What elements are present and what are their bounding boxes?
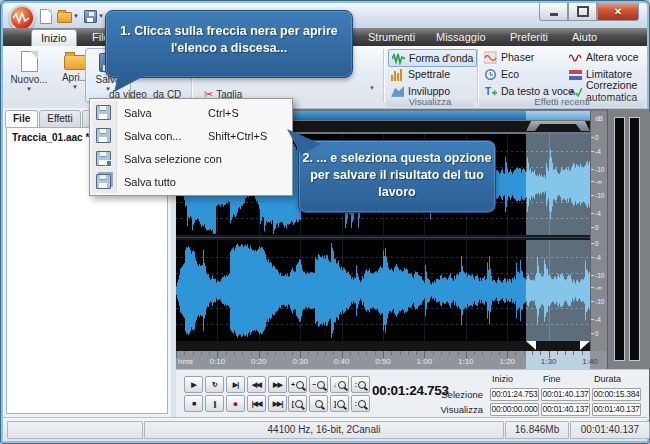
menu-item-salva-tutto[interactable]: Salva tutto [90, 170, 292, 193]
repeat-button[interactable]: ↻ [205, 376, 224, 393]
pause-button[interactable]: || [205, 395, 224, 412]
ruler-tick-label: 0:40 [330, 357, 354, 366]
zoom-selection-start-button[interactable]: [ [288, 395, 307, 412]
tab-preferiti[interactable]: Preferiti [501, 28, 557, 46]
selection-duration-value[interactable]: 00:00:15.384 [592, 388, 641, 401]
magnifier-icon [358, 400, 366, 408]
view-duration-value[interactable]: 00:01:40.137 [592, 403, 641, 416]
db-scale-label: -10 [595, 192, 604, 199]
new-document-icon[interactable] [39, 7, 53, 25]
zoom-vertical-button[interactable]: : [351, 376, 370, 393]
waveform-icon [392, 52, 405, 65]
tab-missaggio[interactable]: Missaggio [427, 28, 495, 46]
play-to-end-button[interactable]: ▶| [226, 376, 245, 393]
db-tick [591, 195, 594, 196]
shortcut-label: Shift+Ctrl+S [208, 130, 267, 142]
selection-start-value[interactable]: 00:01:24.753 [490, 388, 539, 401]
zoom-in-button[interactable]: + [288, 376, 307, 393]
save-dropdown-menu: Salva Ctrl+S Salva con... Shift+Ctrl+S S… [89, 98, 293, 196]
record-button[interactable]: ● [226, 395, 245, 412]
magnifier-icon [295, 400, 303, 408]
transport-bar: ▶ ↻ ▶| ◀◀ ▶▶ ■ || ● |◀◀ ▶▶| + − ↓ : [176, 369, 649, 420]
col-header-durata: Durata [592, 373, 641, 386]
zoom-buttons: + − ↓ : [ ] : [288, 376, 370, 412]
db-scale-label: -10 [595, 272, 604, 279]
view-end-value[interactable]: 00:01:40.137 [541, 403, 590, 416]
fast-forward-button[interactable]: ▶▶ [268, 376, 287, 393]
zoom-restore-button[interactable]: : [351, 395, 370, 412]
tutorial-callout-2: 2. ... e seleziona questa opzione per sa… [298, 140, 496, 213]
view-start-value[interactable]: 00:00:00.000 [490, 403, 539, 416]
overview-selection [526, 111, 590, 120]
zoom-normal-button[interactable] [309, 395, 328, 412]
magnifier-icon [315, 400, 323, 408]
minimize-button[interactable] [539, 3, 568, 21]
effect-phaser-button[interactable]: Phaser [481, 49, 537, 65]
row-label-selezione: Selezione [416, 388, 488, 401]
view-waveform-button[interactable]: Forma d'onda [388, 49, 477, 67]
menu-item-salva-con[interactable]: Salva con... Shift+Ctrl+S [90, 124, 292, 147]
stop-button[interactable]: ■ [184, 395, 203, 412]
group-title-effetti-recenti: Effetti recenti [479, 96, 645, 107]
separator [477, 49, 478, 102]
status-empty-cell [7, 421, 143, 439]
db-tick [591, 319, 594, 320]
selection-end-marker[interactable] [580, 341, 590, 350]
svg-text:A: A [569, 87, 576, 97]
status-bar: 44100 Hz, 16-bit, 2Canali 16.846Mb 00:01… [3, 417, 647, 441]
tab-strumenti[interactable]: Strumenti [359, 28, 424, 46]
panel-tab-effetti[interactable]: Effetti [39, 110, 80, 128]
ruler-tick-label: 0:30 [288, 357, 312, 366]
tab-inizio[interactable]: Inizio [31, 29, 77, 47]
row-label-visualizza: Visualizza [416, 403, 488, 416]
status-file-size: 16.846Mb [505, 421, 569, 439]
effect-voice-morph-button[interactable]: Altera voce [566, 49, 642, 65]
selection-marker-bar[interactable] [176, 341, 590, 351]
db-tick [591, 243, 594, 244]
ruler-tick-label: hms [178, 357, 193, 366]
app-window: ▼ ▼ ↶ cia_01.aac *) ✕ Inizio File M Stru… [0, 0, 650, 444]
zoom-scroll-handle[interactable] [526, 121, 590, 131]
skip-to-end-button[interactable]: ▶▶| [268, 395, 287, 412]
window-controls: ✕ [539, 3, 639, 21]
selection-start-marker[interactable] [526, 341, 536, 350]
tab-aiuto[interactable]: Aiuto [563, 28, 606, 46]
save-icon [96, 105, 111, 120]
chevron-down-icon[interactable]: ▼ [369, 85, 375, 91]
panel-tab-file[interactable]: File [5, 110, 38, 128]
chevron-down-icon: ▼ [26, 86, 32, 92]
close-button[interactable]: ✕ [597, 3, 639, 21]
new-document-icon [21, 51, 38, 72]
chevron-down-icon: ▼ [73, 13, 79, 19]
play-button[interactable]: ▶ [184, 376, 203, 393]
zoom-to-selection-button[interactable]: ↓ [330, 376, 349, 393]
db-tick [591, 137, 594, 138]
chevron-down-icon: ▼ [98, 13, 104, 19]
ruler-tick-label: 1:40 [578, 357, 602, 366]
magnifier-icon [338, 381, 346, 389]
selection-info-grid: Inizio Fine Durata Selezione 00:01:24.75… [416, 373, 641, 416]
db-tick [591, 151, 594, 152]
selection-end-value[interactable]: 00:01:40.137 [541, 388, 590, 401]
open-file-icon[interactable]: ▼ [56, 7, 80, 25]
tutorial-callout-1: 1. Clicca sulla freccia nera per aprire … [105, 10, 353, 78]
menu-item-salva-selezione-con[interactable]: Salva selezione con [90, 147, 292, 170]
menu-item-salva[interactable]: Salva Ctrl+S [90, 101, 292, 124]
view-spectral-button[interactable]: Spettrale [388, 66, 453, 82]
db-tick [591, 275, 594, 276]
maximize-button[interactable] [568, 3, 597, 21]
db-scale-label: -4 [595, 148, 601, 155]
effect-echo-button[interactable]: Eco [481, 66, 522, 82]
save-file-icon[interactable]: ▼ [83, 7, 105, 25]
level-meter-left [614, 117, 625, 361]
db-scale-label: dB [595, 115, 603, 122]
ruler-tick-label: 1:00 [412, 357, 436, 366]
db-tick [591, 213, 594, 214]
rewind-button[interactable]: ◀◀ [247, 376, 266, 393]
new-button[interactable]: Nuovo... ▼ [7, 48, 51, 101]
zoom-out-button[interactable]: − [309, 376, 328, 393]
db-scale-label: -10 [595, 166, 604, 173]
skip-to-start-button[interactable]: |◀◀ [247, 395, 266, 412]
zoom-selection-end-button[interactable]: ] [330, 395, 349, 412]
timeline-ruler[interactable]: hms0:100:200:300:400:501:001:101:201:301… [176, 351, 607, 369]
